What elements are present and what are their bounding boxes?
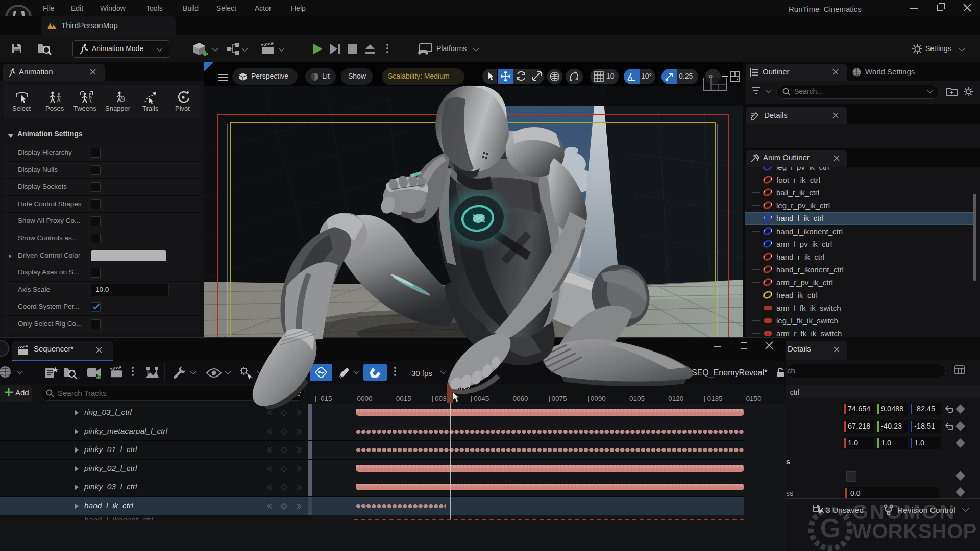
svg-text:G: G xyxy=(820,513,841,543)
svg-text:WORKSHOP: WORKSHOP xyxy=(852,520,977,542)
svg-text:THE: THE xyxy=(845,506,852,519)
